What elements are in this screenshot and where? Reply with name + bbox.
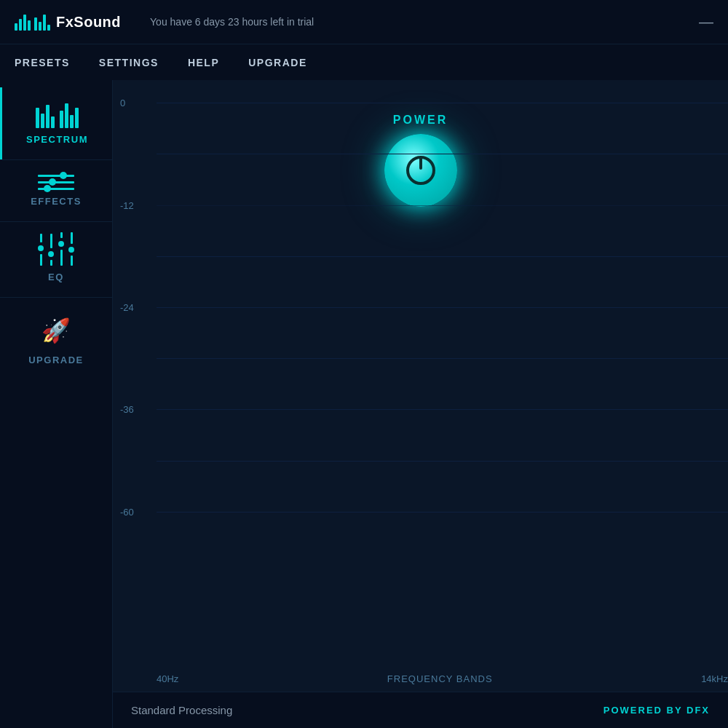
upgrade-icon: 🚀 xyxy=(38,312,74,349)
spectrum-icon xyxy=(36,102,79,128)
grid-label-0: 0 xyxy=(120,98,125,108)
processing-label: Standard Processing xyxy=(131,704,232,716)
app-name: FxSound xyxy=(56,14,121,31)
freq-end-label: 14kHz xyxy=(701,673,728,684)
sidebar-item-upgrade[interactable]: 🚀 UPGRADE xyxy=(0,298,112,380)
bottom-bar: Standard Processing POWERED BY DFX xyxy=(113,692,728,728)
minimize-button[interactable]: — xyxy=(699,14,713,31)
sidebar-upgrade-label: UPGRADE xyxy=(28,355,84,365)
logo-icon xyxy=(15,13,50,31)
nav-help[interactable]: HELP xyxy=(188,57,219,68)
trial-message: You have 6 days 23 hours left in trial xyxy=(150,16,713,28)
powered-by-label: POWERED BY DFX xyxy=(604,705,710,716)
effects-icon xyxy=(38,175,74,190)
grid-label-24: -24 xyxy=(120,302,134,313)
nav-presets[interactable]: PRESETS xyxy=(15,57,70,68)
sidebar: SPECTRUM EFFECTS xyxy=(0,80,113,728)
sidebar-item-spectrum[interactable]: SPECTRUM xyxy=(0,87,112,159)
sidebar-item-eq[interactable]: EQ xyxy=(0,222,112,297)
nav-upgrade[interactable]: UPGRADE xyxy=(248,57,307,68)
eq-icon xyxy=(38,237,74,266)
sidebar-effects-label: EFFECTS xyxy=(31,196,82,207)
spectrum-view: 0 -12 -24 -36 -60 40Hz xyxy=(113,80,728,692)
nav-settings[interactable]: SETTINGS xyxy=(99,57,159,68)
frequency-axis: 40Hz FREQUENCY BANDS 14kHz xyxy=(157,673,728,684)
sidebar-eq-label: EQ xyxy=(48,272,64,282)
sidebar-spectrum-label: SPECTRUM xyxy=(26,134,88,145)
navbar: PRESETS SETTINGS HELP UPGRADE xyxy=(0,44,728,80)
sidebar-item-effects[interactable]: EFFECTS xyxy=(0,160,112,221)
freq-start-label: 40Hz xyxy=(157,673,178,684)
logo: FxSound xyxy=(15,13,121,31)
grid-label-36: -36 xyxy=(120,404,134,415)
freq-center-label: FREQUENCY BANDS xyxy=(387,673,493,684)
titlebar: FxSound You have 6 days 23 hours left in… xyxy=(0,0,728,44)
main-layout: SPECTRUM EFFECTS xyxy=(0,80,728,728)
content-area: 0 -12 -24 -36 -60 40Hz xyxy=(113,80,728,728)
grid-label-12: -12 xyxy=(120,199,134,210)
grid-label-60: -60 xyxy=(120,506,134,517)
spectrum-grid: 0 -12 -24 -36 -60 xyxy=(113,80,728,648)
